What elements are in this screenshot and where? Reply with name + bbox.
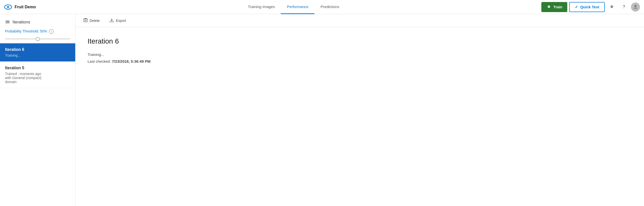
sidebar-list: Iteration 6 Training... Iteration 5 Trai… [0,43,75,206]
app-title: Fruit Demo [15,5,36,9]
slider-container [5,36,70,40]
sidebar-header: Iterations [0,14,75,28]
last-checked-label: Last checked: [88,59,111,63]
help-icon: ? [623,4,625,10]
tab-predictions[interactable]: Predictions [314,0,345,14]
threshold-label: Probability Threshold: 50% i [5,29,70,34]
user-avatar[interactable] [631,3,640,12]
settings-button[interactable] [607,2,617,12]
svg-point-5 [634,5,636,7]
svg-rect-9 [84,19,87,22]
sidebar-title: Iterations [13,20,30,25]
app-logo-icon [4,3,12,11]
tab-performance[interactable]: Performance [281,0,314,14]
svg-rect-7 [6,22,10,22]
train-button-label: Train [553,5,562,9]
delete-label: Delete [90,19,100,23]
logo-area: Fruit Demo [4,3,36,11]
iteration-6-item[interactable]: Iteration 6 Training... [0,43,75,62]
nav-tabs: Training Images Performance Predictions [46,0,541,14]
main-body: Iterations Probability Threshold: 50% i … [0,14,644,206]
layers-icon [5,19,10,25]
threshold-value: 50% [40,29,47,33]
iteration-5-subtitle: Trained : moments ago with General (comp… [5,72,70,84]
last-checked-value: 7/23/2018, 5:36:49 PM [112,59,150,63]
training-status: Training... [88,52,632,57]
export-label: Export [116,19,126,23]
info-icon[interactable]: i [49,29,54,34]
checkmark-icon: ✓ [575,5,578,9]
export-button[interactable]: Export [108,17,128,24]
iteration-6-subtitle: Training... [5,53,70,57]
header-actions: Train ✓ Quick Test ? [541,2,640,12]
train-button[interactable]: Train [541,2,568,12]
content-body: Iteration 6 Training... Last checked: 7/… [75,27,644,206]
svg-rect-6 [6,21,10,21]
svg-rect-8 [6,23,10,23]
iteration-5-item[interactable]: Iteration 5 Trained : moments ago with G… [0,62,75,88]
content-area: Delete Export Iteration 6 Training... La… [75,14,644,206]
threshold-slider[interactable] [5,39,70,39]
quick-test-button[interactable]: ✓ Quick Test [569,2,605,12]
header: Fruit Demo Training Images Performance P… [0,0,644,14]
threshold-text: Probability Threshold: [5,29,39,33]
toolbar: Delete Export [75,14,644,27]
delete-button[interactable]: Delete [82,17,102,24]
export-icon [110,18,114,23]
iteration-5-title: Iteration 5 [5,66,70,70]
sidebar: Iterations Probability Threshold: 50% i … [0,14,75,206]
threshold-section: Probability Threshold: 50% i [0,28,75,43]
quick-test-button-label: Quick Test [580,5,599,9]
iteration-6-title: Iteration 6 [5,47,70,52]
tab-training-images[interactable]: Training Images [242,0,281,14]
last-checked: Last checked: 7/23/2018, 5:36:49 PM [88,59,632,63]
train-gear-icon [546,5,551,10]
iteration-heading: Iteration 6 [88,37,632,45]
svg-point-2 [8,7,9,8]
help-button[interactable]: ? [619,2,629,12]
avatar-icon [632,4,638,10]
settings-icon [609,5,614,10]
delete-icon [84,18,88,23]
